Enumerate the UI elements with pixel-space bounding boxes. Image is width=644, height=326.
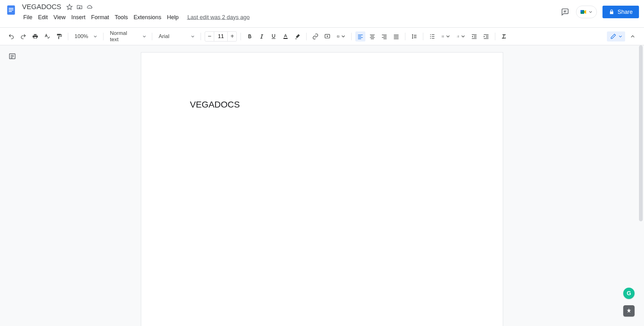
svg-rect-21 bbox=[371, 36, 374, 36]
title-area: VEGADOCS File Edit View Insert Format To… bbox=[21, 3, 560, 22]
svg-rect-29 bbox=[394, 36, 399, 36]
meet-icon bbox=[580, 8, 587, 16]
svg-rect-47 bbox=[472, 34, 477, 35]
checklist-button[interactable] bbox=[427, 31, 437, 41]
toolbar-separator bbox=[103, 33, 103, 40]
svg-rect-40 bbox=[443, 37, 444, 37]
svg-rect-23 bbox=[371, 38, 374, 39]
menu-file[interactable]: File bbox=[21, 13, 35, 22]
hide-toolbar-button[interactable] bbox=[628, 31, 638, 41]
scrollbar-thumb[interactable] bbox=[639, 45, 643, 221]
svg-rect-3 bbox=[9, 11, 12, 12]
editing-mode-button[interactable] bbox=[607, 31, 625, 41]
insert-image-button[interactable] bbox=[334, 31, 347, 41]
decrease-indent-button[interactable] bbox=[469, 31, 479, 41]
paragraph-style-dropdown[interactable]: Normal text bbox=[107, 31, 148, 41]
share-button[interactable]: Share bbox=[602, 6, 639, 18]
document-canvas[interactable]: VEGADOCS G bbox=[0, 45, 644, 326]
toolbar-separator bbox=[423, 33, 423, 40]
show-outline-button[interactable] bbox=[8, 52, 17, 61]
spellcheck-button[interactable] bbox=[42, 31, 52, 41]
align-left-button[interactable] bbox=[355, 31, 365, 41]
chevron-down-icon bbox=[341, 35, 345, 38]
lock-icon bbox=[609, 9, 614, 15]
cloud-saved-icon[interactable] bbox=[86, 4, 93, 10]
svg-rect-28 bbox=[394, 35, 399, 35]
document-body[interactable]: VEGADOCS bbox=[141, 52, 503, 157]
italic-button[interactable] bbox=[257, 31, 267, 41]
undo-button[interactable] bbox=[6, 31, 16, 41]
move-icon[interactable] bbox=[76, 4, 83, 10]
svg-rect-19 bbox=[358, 38, 361, 39]
insert-comment-button[interactable] bbox=[322, 31, 332, 41]
svg-rect-34 bbox=[432, 38, 435, 39]
align-justify-button[interactable] bbox=[391, 31, 401, 41]
svg-rect-49 bbox=[474, 37, 477, 37]
document-page[interactable]: VEGADOCS bbox=[141, 52, 503, 326]
vertical-scrollbar[interactable] bbox=[639, 45, 643, 326]
document-title-input[interactable]: VEGADOCS bbox=[21, 2, 63, 12]
toolbar-right bbox=[607, 31, 638, 41]
svg-rect-2 bbox=[9, 9, 14, 10]
insert-link-button[interactable] bbox=[310, 31, 320, 41]
meet-button[interactable] bbox=[576, 6, 597, 18]
line-spacing-button[interactable] bbox=[409, 31, 419, 41]
svg-rect-45 bbox=[458, 36, 459, 36]
docs-logo[interactable] bbox=[5, 3, 18, 18]
text-color-button[interactable] bbox=[280, 31, 291, 41]
svg-rect-54 bbox=[484, 38, 489, 39]
menu-format[interactable]: Format bbox=[89, 13, 112, 22]
print-button[interactable] bbox=[30, 31, 40, 41]
align-right-button[interactable] bbox=[379, 31, 389, 41]
comment-history-button[interactable] bbox=[560, 7, 570, 17]
star-icon[interactable] bbox=[66, 4, 73, 10]
numbered-list-button[interactable]: 123 bbox=[454, 31, 467, 41]
grammarly-button[interactable]: G bbox=[623, 288, 635, 299]
menu-extensions[interactable]: Extensions bbox=[131, 13, 164, 22]
svg-rect-9 bbox=[580, 10, 582, 12]
header: VEGADOCS File Edit View Insert Format To… bbox=[0, 0, 644, 28]
paint-format-button[interactable] bbox=[54, 31, 64, 41]
redo-button[interactable] bbox=[18, 31, 28, 41]
font-size-input[interactable]: 11 bbox=[214, 32, 228, 41]
font-size-decrease-button[interactable]: − bbox=[205, 32, 214, 41]
menu-insert[interactable]: Insert bbox=[69, 13, 88, 22]
toolbar-separator bbox=[201, 33, 201, 40]
bulleted-list-button[interactable] bbox=[439, 31, 452, 41]
chevron-down-icon bbox=[446, 35, 450, 38]
svg-point-15 bbox=[338, 36, 338, 36]
svg-rect-46 bbox=[458, 37, 459, 37]
explore-icon bbox=[626, 308, 632, 314]
bold-button[interactable] bbox=[245, 31, 255, 41]
grammarly-label: G bbox=[627, 290, 631, 297]
chevron-down-icon bbox=[191, 35, 194, 38]
font-dropdown[interactable]: Arial bbox=[156, 31, 197, 41]
title-row: VEGADOCS bbox=[21, 3, 560, 11]
svg-rect-18 bbox=[358, 37, 363, 38]
menu-tools[interactable]: Tools bbox=[112, 13, 130, 22]
svg-point-36 bbox=[442, 36, 442, 36]
svg-rect-26 bbox=[382, 37, 387, 38]
svg-rect-10 bbox=[284, 38, 288, 39]
header-right: Share bbox=[560, 3, 639, 18]
svg-rect-38 bbox=[443, 36, 444, 36]
menu-edit[interactable]: Edit bbox=[36, 13, 50, 22]
align-center-button[interactable] bbox=[367, 31, 377, 41]
last-edit-link[interactable]: Last edit was 2 days ago bbox=[187, 14, 250, 21]
chevron-down-icon bbox=[94, 35, 97, 38]
menu-view[interactable]: View bbox=[51, 13, 68, 22]
clear-formatting-button[interactable] bbox=[499, 31, 509, 41]
font-value: Arial bbox=[158, 33, 169, 40]
svg-rect-27 bbox=[384, 38, 387, 39]
svg-point-35 bbox=[442, 36, 442, 36]
underline-button[interactable] bbox=[269, 31, 279, 41]
increase-indent-button[interactable] bbox=[481, 31, 491, 41]
menu-help[interactable]: Help bbox=[164, 13, 181, 22]
svg-rect-50 bbox=[472, 38, 477, 39]
font-size-increase-button[interactable]: + bbox=[228, 32, 236, 41]
zoom-dropdown[interactable]: 100% bbox=[72, 31, 99, 41]
highlight-color-button[interactable] bbox=[292, 31, 303, 41]
svg-rect-32 bbox=[432, 34, 435, 35]
explore-button[interactable] bbox=[623, 305, 635, 317]
font-size-group: − 11 + bbox=[205, 31, 237, 41]
